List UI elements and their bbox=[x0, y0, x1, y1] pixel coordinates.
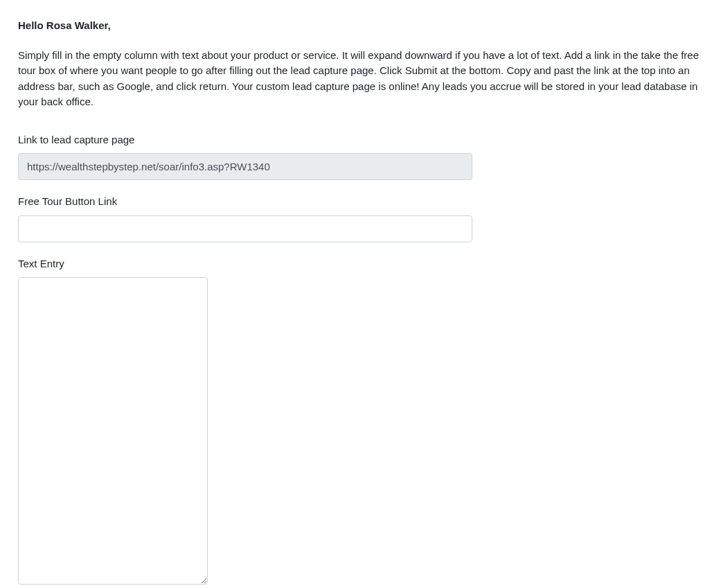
text-entry-group: Text Entry bbox=[18, 256, 703, 585]
tour-label: Free Tour Button Link bbox=[18, 194, 703, 210]
text-entry-textarea[interactable] bbox=[18, 277, 208, 585]
text-entry-label: Text Entry bbox=[18, 256, 703, 272]
intro-paragraph: Simply fill in the empty column with tex… bbox=[18, 48, 703, 110]
link-label: Link to lead capture page bbox=[18, 132, 703, 148]
tour-input[interactable] bbox=[18, 215, 472, 242]
link-field-group: Link to lead capture page bbox=[18, 132, 703, 181]
greeting-heading: Hello Rosa Walker, bbox=[18, 18, 703, 34]
link-input[interactable] bbox=[18, 153, 472, 180]
tour-field-group: Free Tour Button Link bbox=[18, 194, 703, 242]
